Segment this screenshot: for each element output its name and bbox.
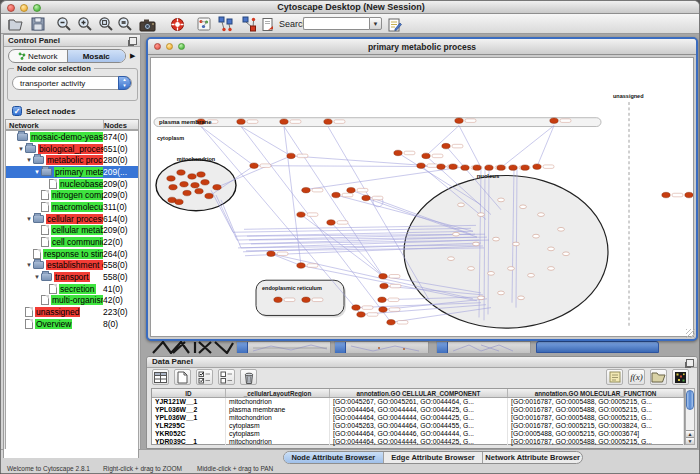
background-window-fragment[interactable]	[436, 341, 531, 353]
table-row[interactable]: YPL036W__2plasma membrane[GO:0044464, GO…	[152, 406, 684, 414]
nucleus-node[interactable]	[548, 267, 555, 271]
annotation-icon[interactable]	[259, 16, 276, 32]
tree-row[interactable]: mosaic-demo-yeast874(0)	[6, 131, 138, 143]
network-node[interactable]	[297, 263, 305, 268]
network-window-titlebar[interactable]: primary metabolic process	[148, 39, 696, 55]
nucleus-node[interactable]	[448, 257, 455, 261]
tree-row[interactable]: ▼transport558(0)	[6, 271, 138, 283]
attribute-table-icon[interactable]	[152, 369, 169, 385]
tree-header-network[interactable]: Network	[6, 120, 104, 129]
network-node[interactable]	[188, 174, 196, 179]
tab-network[interactable]: Network	[9, 50, 67, 62]
network-canvas[interactable]: plasma membrane cytoplasm mitochondrion …	[150, 57, 694, 337]
network-node[interactable]	[237, 119, 245, 124]
table-row[interactable]: YPL036W__1mitochondrion[GO:0044464, GO:0…	[152, 414, 684, 422]
network-node[interactable]	[205, 193, 213, 198]
column-header[interactable]: annotation.GO CELLULAR_COMPONENT	[330, 389, 508, 397]
network-node[interactable]	[449, 164, 457, 169]
network-edge[interactable]	[301, 167, 465, 190]
tree-row[interactable]: unassigned223(0)	[6, 306, 138, 318]
network-node[interactable]	[169, 184, 177, 189]
background-window-titlebar[interactable]	[536, 341, 659, 353]
column-header[interactable]: ID	[152, 389, 226, 397]
network-node[interactable]	[533, 164, 541, 169]
disclosure-triangle-icon[interactable]: ▼	[33, 274, 41, 280]
network-node[interactable]	[332, 192, 340, 197]
open-session-icon[interactable]	[7, 16, 24, 32]
tab-edge-attribute-browser[interactable]: Edge Attribute Browser	[383, 452, 483, 463]
network-node[interactable]	[183, 190, 191, 195]
network-node[interactable]	[485, 165, 493, 170]
network-node[interactable]	[509, 165, 517, 170]
network-node[interactable]	[195, 188, 203, 193]
table-row[interactable]: YJR121W__1mitochondrion[GO:0045267, GO:0…	[152, 398, 684, 406]
nucleus-node[interactable]	[498, 198, 505, 202]
network-node[interactable]	[442, 143, 450, 148]
network-node[interactable]	[250, 163, 258, 168]
window-resize-grip[interactable]	[686, 329, 695, 338]
network-node[interactable]	[461, 165, 469, 170]
tree-row[interactable]: ▼metabolic process280(0)	[6, 154, 138, 166]
nucleus-node[interactable]	[473, 242, 480, 246]
network-node[interactable]	[422, 153, 430, 158]
disclosure-triangle-icon[interactable]: ▼	[25, 216, 33, 222]
network-edge[interactable]	[501, 126, 554, 168]
background-window-fragment[interactable]	[334, 341, 429, 353]
network-node[interactable]	[302, 297, 310, 302]
nucleus-node[interactable]	[478, 296, 485, 300]
network-node[interactable]	[347, 187, 355, 192]
tree-row[interactable]: nitrogen compo209(0)	[6, 189, 138, 201]
tree-row[interactable]: nucleobase-209(0)	[6, 178, 138, 190]
nucleus-node[interactable]	[548, 247, 555, 251]
network-node[interactable]	[201, 180, 209, 185]
network-node[interactable]	[302, 187, 310, 192]
nucleus-node[interactable]	[453, 232, 460, 236]
function-builder-icon[interactable]: f(x)	[628, 369, 645, 385]
network-node[interactable]	[685, 192, 693, 197]
matrix-icon[interactable]	[672, 369, 689, 385]
network-node[interactable]	[280, 119, 288, 124]
select-nodes-checkbox[interactable]: ✓	[12, 106, 22, 116]
nucleus-node[interactable]	[533, 234, 540, 238]
tree-row[interactable]: response to stimulu264(0)	[6, 248, 138, 260]
network-node[interactable]	[362, 195, 370, 200]
network-node[interactable]	[662, 192, 670, 197]
nucleus-node[interactable]	[478, 213, 485, 217]
layout-1-icon[interactable]	[217, 16, 234, 32]
network-node[interactable]	[213, 184, 221, 189]
help-icon[interactable]	[169, 16, 186, 32]
zoom-in-icon[interactable]	[76, 16, 93, 32]
nucleus-node[interactable]	[558, 227, 565, 231]
save-session-icon[interactable]	[29, 16, 46, 32]
notes-icon[interactable]	[606, 369, 623, 385]
nucleus-node[interactable]	[538, 213, 545, 217]
select-attributes-icon[interactable]	[196, 369, 213, 385]
tree-row[interactable]: ▼establishment of lo558(0)	[6, 260, 138, 272]
zoom-out-icon[interactable]	[55, 16, 72, 32]
table-vertical-scrollbar[interactable]: ▲ ▼	[685, 388, 695, 445]
tree-row[interactable]: cellular metabo209(0)	[6, 225, 138, 237]
disclosure-triangle-icon[interactable]: ▼	[33, 169, 41, 175]
nucleus-node[interactable]	[563, 252, 570, 256]
nucleus-node[interactable]	[498, 291, 505, 295]
delete-attribute-icon[interactable]	[240, 369, 257, 385]
nucleus-node[interactable]	[458, 203, 465, 207]
network-node[interactable]	[177, 170, 185, 175]
network-node[interactable]	[521, 165, 529, 170]
nucleus-node[interactable]	[513, 242, 520, 246]
zoom-selected-icon[interactable]	[97, 16, 114, 32]
table-row[interactable]: YKR052Ccytoplasm[GO:0044464, GO:0044446,…	[152, 430, 684, 438]
snapshot-icon[interactable]	[139, 16, 156, 32]
background-window-fragment[interactable]	[236, 341, 331, 353]
table-row[interactable]: YLR295Ccytoplasm[GO:0045263, GO:0044464,…	[152, 422, 684, 430]
scroll-down-arrow[interactable]: ▼	[686, 437, 694, 444]
network-node[interactable]	[327, 220, 335, 225]
network-node[interactable]	[287, 153, 295, 158]
network-overview-icon[interactable]	[195, 16, 212, 32]
nucleus-node[interactable]	[520, 205, 527, 209]
network-node[interactable]	[197, 172, 205, 177]
nucleus-node[interactable]	[508, 267, 515, 271]
network-node[interactable]	[352, 305, 360, 310]
disclosure-triangle-icon[interactable]: ▼	[25, 157, 33, 163]
network-node[interactable]	[357, 312, 365, 317]
